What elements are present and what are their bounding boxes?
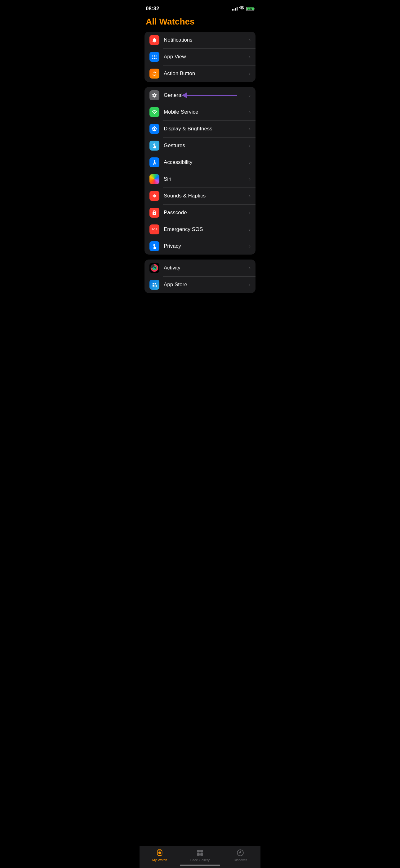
notifications-item[interactable]: Notifications › (144, 32, 256, 49)
display-brightness-label: Display & Brightness (164, 126, 249, 132)
display-brightness-chevron: › (249, 126, 251, 131)
mobile-service-label: Mobile Service (164, 109, 249, 115)
status-bar: 08:32 100 (139, 0, 261, 16)
notifications-icon (149, 35, 159, 45)
general-label: General (164, 92, 249, 98)
all-watches-title: All Watches (146, 17, 195, 26)
section-settings: General › Mobile Service › Di (144, 87, 256, 254)
passcode-item[interactable]: Passcode › (144, 204, 256, 221)
accessibility-icon (149, 157, 159, 167)
general-chevron: › (249, 93, 251, 98)
svg-point-0 (152, 55, 153, 56)
privacy-icon (149, 241, 159, 251)
main-content: Notifications › App View › Action Button… (139, 32, 261, 329)
app-store-icon (149, 280, 159, 290)
svg-point-6 (152, 58, 153, 59)
app-store-label: App Store (164, 282, 249, 288)
action-button-label: Action Button (164, 70, 249, 77)
wifi-icon (239, 6, 244, 11)
gestures-label: Gestures (164, 143, 249, 149)
privacy-label: Privacy (164, 243, 249, 249)
notifications-chevron: › (249, 37, 251, 42)
accessibility-item[interactable]: Accessibility › (144, 154, 256, 171)
app-view-icon (149, 52, 159, 62)
activity-icon (149, 263, 159, 273)
app-view-item[interactable]: App View › (144, 49, 256, 65)
gestures-chevron: › (249, 143, 251, 148)
sounds-haptics-chevron: › (249, 193, 251, 198)
battery-icon: 100 (246, 7, 254, 11)
section-apps: Activity › App Store › (144, 259, 256, 293)
mobile-service-item[interactable]: Mobile Service › (144, 104, 256, 120)
activity-chevron: › (249, 266, 251, 270)
privacy-item[interactable]: Privacy › (144, 238, 256, 254)
app-view-label: App View (164, 54, 249, 60)
emergency-sos-chevron: › (249, 227, 251, 232)
svg-point-2 (156, 55, 157, 56)
display-brightness-item[interactable]: Display & Brightness › (144, 120, 256, 137)
action-button-item[interactable]: Action Button › (144, 65, 256, 82)
action-button-icon (149, 69, 159, 79)
activity-label: Activity (164, 265, 249, 271)
accessibility-chevron: › (249, 160, 251, 165)
sounds-haptics-icon (149, 191, 159, 201)
general-item[interactable]: General › (144, 87, 256, 104)
emergency-sos-icon: SOS (149, 224, 159, 235)
status-icons: 100 (232, 6, 254, 11)
siri-item[interactable]: Siri › (144, 171, 256, 187)
svg-point-3 (152, 57, 153, 57)
mobile-service-icon (149, 107, 159, 117)
activity-item[interactable]: Activity › (144, 259, 256, 276)
privacy-chevron: › (249, 244, 251, 249)
passcode-icon (149, 208, 159, 218)
app-store-item[interactable]: App Store › (144, 276, 256, 293)
notifications-label: Notifications (164, 37, 249, 43)
signal-icon (232, 7, 237, 10)
action-button-chevron: › (249, 71, 251, 76)
sounds-haptics-item[interactable]: Sounds & Haptics › (144, 187, 256, 204)
app-view-chevron: › (249, 54, 251, 59)
siri-chevron: › (249, 177, 251, 182)
all-watches-header: All Watches (139, 16, 261, 32)
svg-point-4 (154, 57, 155, 57)
gestures-icon (149, 141, 159, 151)
svg-point-8 (156, 58, 157, 59)
svg-point-7 (154, 58, 155, 59)
mobile-service-chevron: › (249, 110, 251, 115)
passcode-chevron: › (249, 210, 251, 215)
siri-icon (149, 174, 159, 184)
emergency-sos-item[interactable]: SOS Emergency SOS › (144, 221, 256, 238)
siri-label: Siri (164, 176, 249, 182)
sounds-haptics-label: Sounds & Haptics (164, 193, 249, 199)
svg-point-9 (154, 160, 155, 161)
status-time: 08:32 (146, 6, 159, 12)
section-general-top: Notifications › App View › Action Button… (144, 32, 256, 82)
app-store-chevron: › (249, 282, 251, 287)
passcode-label: Passcode (164, 210, 249, 216)
svg-point-1 (154, 55, 155, 56)
gestures-item[interactable]: Gestures › (144, 137, 256, 154)
display-brightness-icon (149, 124, 159, 134)
emergency-sos-label: Emergency SOS (164, 226, 249, 232)
general-icon (149, 90, 159, 100)
svg-point-5 (156, 57, 157, 57)
accessibility-label: Accessibility (164, 159, 249, 165)
